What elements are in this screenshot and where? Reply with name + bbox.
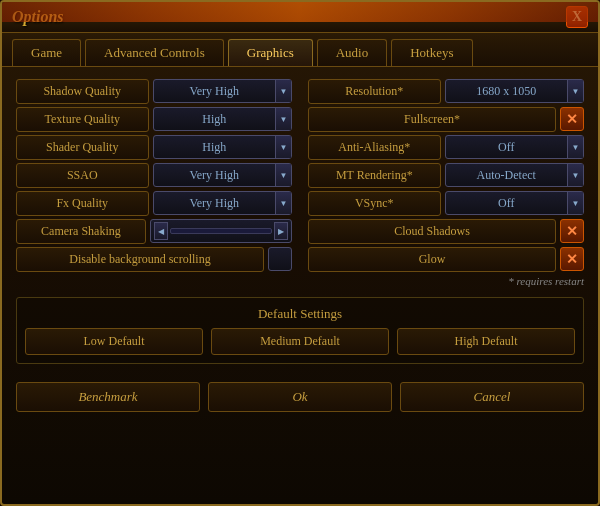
ssao-value: Very High — [154, 168, 275, 183]
fx-quality-label: Fx Quality — [16, 191, 149, 216]
resolution-row: Resolution* 1680 x 1050 ▼ — [308, 77, 584, 105]
shader-quality-row: Shader Quality High ▼ — [16, 133, 292, 161]
anti-aliasing-row: Anti-Aliasing* Off ▼ — [308, 133, 584, 161]
ssao-dropdown[interactable]: Very High ▼ — [153, 163, 292, 187]
fx-quality-dropdown[interactable]: Very High ▼ — [153, 191, 292, 215]
shader-quality-arrow[interactable]: ▼ — [275, 136, 291, 158]
vsync-dropdown[interactable]: Off ▼ — [445, 191, 584, 215]
texture-quality-arrow[interactable]: ▼ — [275, 108, 291, 130]
ssao-row: SSAO Very High ▼ — [16, 161, 292, 189]
window-title: Options — [12, 8, 64, 26]
anti-aliasing-arrow[interactable]: ▼ — [567, 136, 583, 158]
fullscreen-row: Fullscreen* ✕ — [308, 105, 584, 133]
high-default-button[interactable]: High Default — [397, 328, 575, 355]
left-column: Shadow Quality Very High ▼ Texture Quali… — [16, 77, 292, 273]
fx-quality-arrow[interactable]: ▼ — [275, 192, 291, 214]
tab-graphics[interactable]: Graphics — [228, 39, 313, 66]
tab-advanced[interactable]: Advanced Controls — [85, 39, 224, 66]
benchmark-button[interactable]: Benchmark — [16, 382, 200, 412]
default-settings-title: Default Settings — [25, 306, 575, 322]
settings-grid: Shadow Quality Very High ▼ Texture Quali… — [16, 77, 584, 273]
default-buttons: Low Default Medium Default High Default — [25, 328, 575, 355]
restart-note: * requires restart — [16, 273, 584, 291]
fx-quality-value: Very High — [154, 196, 275, 211]
tab-audio[interactable]: Audio — [317, 39, 388, 66]
ok-button[interactable]: Ok — [208, 382, 392, 412]
vsync-row: VSync* Off ▼ — [308, 189, 584, 217]
settings-content: Shadow Quality Very High ▼ Texture Quali… — [2, 67, 598, 374]
mt-rendering-dropdown[interactable]: Auto-Detect ▼ — [445, 163, 584, 187]
shadow-quality-row: Shadow Quality Very High ▼ — [16, 77, 292, 105]
glow-row: Glow ✕ — [308, 245, 584, 273]
glow-label: Glow — [308, 247, 556, 272]
vsync-arrow[interactable]: ▼ — [567, 192, 583, 214]
texture-quality-dropdown[interactable]: High ▼ — [153, 107, 292, 131]
anti-aliasing-label: Anti-Aliasing* — [308, 135, 441, 160]
fullscreen-label: Fullscreen* — [308, 107, 556, 132]
disable-bg-scroll-row: Disable background scrolling — [16, 245, 292, 273]
shadow-quality-arrow[interactable]: ▼ — [275, 80, 291, 102]
default-settings-section: Default Settings Low Default Medium Defa… — [16, 297, 584, 364]
resolution-arrow[interactable]: ▼ — [567, 80, 583, 102]
tab-game[interactable]: Game — [12, 39, 81, 66]
cancel-button[interactable]: Cancel — [400, 382, 584, 412]
right-column: Resolution* 1680 x 1050 ▼ Fullscreen* ✕ … — [308, 77, 584, 273]
shadow-quality-value: Very High — [154, 84, 275, 99]
shader-quality-label: Shader Quality — [16, 135, 149, 160]
anti-aliasing-value: Off — [446, 140, 567, 155]
tab-hotkeys[interactable]: Hotkeys — [391, 39, 472, 66]
title-bar: Options X — [2, 2, 598, 33]
tab-bar: Game Advanced Controls Graphics Audio Ho… — [2, 33, 598, 67]
fullscreen-checkbox[interactable]: ✕ — [560, 107, 584, 131]
shadow-quality-label: Shadow Quality — [16, 79, 149, 104]
medium-default-button[interactable]: Medium Default — [211, 328, 389, 355]
anti-aliasing-dropdown[interactable]: Off ▼ — [445, 135, 584, 159]
slider-right-arrow[interactable]: ▶ — [274, 222, 288, 240]
cloud-shadows-label: Cloud Shadows — [308, 219, 556, 244]
mt-rendering-value: Auto-Detect — [446, 168, 567, 183]
mt-rendering-arrow[interactable]: ▼ — [567, 164, 583, 186]
resolution-value: 1680 x 1050 — [446, 84, 567, 99]
camera-shaking-label: Camera Shaking — [16, 219, 146, 244]
vsync-label: VSync* — [308, 191, 441, 216]
disable-bg-scroll-label: Disable background scrolling — [16, 247, 264, 272]
ssao-label: SSAO — [16, 163, 149, 188]
fx-quality-row: Fx Quality Very High ▼ — [16, 189, 292, 217]
texture-quality-value: High — [154, 112, 275, 127]
texture-quality-row: Texture Quality High ▼ — [16, 105, 292, 133]
options-window: Options X Game Advanced Controls Graphic… — [0, 0, 600, 506]
shader-quality-dropdown[interactable]: High ▼ — [153, 135, 292, 159]
bottom-buttons: Benchmark Ok Cancel — [2, 374, 598, 420]
cloud-shadows-row: Cloud Shadows ✕ — [308, 217, 584, 245]
vsync-value: Off — [446, 196, 567, 211]
shader-quality-value: High — [154, 140, 275, 155]
ssao-arrow[interactable]: ▼ — [275, 164, 291, 186]
close-button[interactable]: X — [566, 6, 588, 28]
camera-shaking-row: Camera Shaking ◀ ▶ — [16, 217, 292, 245]
texture-quality-label: Texture Quality — [16, 107, 149, 132]
glow-checkbox[interactable]: ✕ — [560, 247, 584, 271]
disable-bg-scroll-checkbox[interactable] — [268, 247, 292, 271]
slider-left-arrow[interactable]: ◀ — [154, 222, 168, 240]
cloud-shadows-checkbox[interactable]: ✕ — [560, 219, 584, 243]
low-default-button[interactable]: Low Default — [25, 328, 203, 355]
mt-rendering-label: MT Rendering* — [308, 163, 441, 188]
mt-rendering-row: MT Rendering* Auto-Detect ▼ — [308, 161, 584, 189]
slider-track[interactable] — [170, 228, 272, 234]
shadow-quality-dropdown[interactable]: Very High ▼ — [153, 79, 292, 103]
resolution-dropdown[interactable]: 1680 x 1050 ▼ — [445, 79, 584, 103]
resolution-label: Resolution* — [308, 79, 441, 104]
camera-shaking-slider[interactable]: ◀ ▶ — [150, 219, 292, 243]
